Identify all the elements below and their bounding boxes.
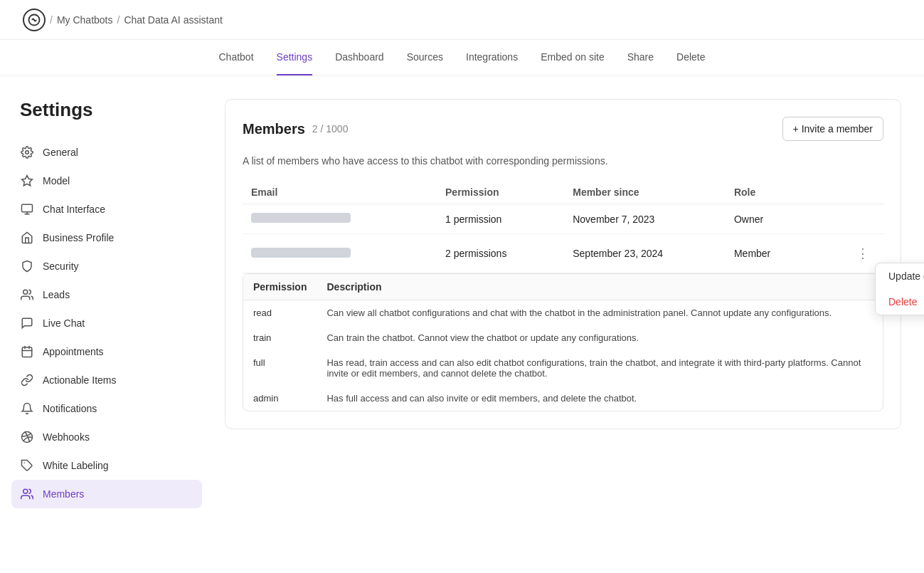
permissions-cell: Permission Description read Can view all… xyxy=(243,273,883,412)
bell-icon xyxy=(20,401,34,416)
tab-delete[interactable]: Delete xyxy=(676,40,705,75)
sidebar-item-appointments[interactable]: Appointments xyxy=(11,337,202,366)
members-icon xyxy=(20,487,34,501)
members-card-header: Members 2 / 1000 + Invite a member xyxy=(243,117,883,141)
tab-dashboard[interactable]: Dashboard xyxy=(335,40,384,75)
tab-sources[interactable]: Sources xyxy=(407,40,443,75)
col-email: Email xyxy=(243,181,437,204)
email-redacted xyxy=(251,213,351,223)
more-options-button[interactable]: ⋮ xyxy=(851,243,875,264)
breadcrumb-current[interactable]: Chat Data AI assistant xyxy=(124,14,223,26)
invite-member-button[interactable]: + Invite a member xyxy=(782,117,883,141)
member-since-1: November 7, 2023 xyxy=(564,204,726,234)
table-row: 1 permission November 7, 2023 Owner xyxy=(243,204,883,234)
member-permission-2: 2 permissions xyxy=(437,234,564,273)
perm-desc-read: Can view all chatbot configurations and … xyxy=(317,300,883,326)
member-actions-2: ⋮ Update details... Delete xyxy=(814,234,883,273)
col-role: Role xyxy=(726,181,814,204)
sidebar-item-white-labeling[interactable]: White Labeling xyxy=(11,451,202,480)
tag-icon xyxy=(20,458,34,473)
sidebar-item-general[interactable]: General xyxy=(11,138,202,167)
sidebar-label-live-chat: Live Chat xyxy=(43,317,85,329)
members-count: 2 / 1000 xyxy=(312,123,349,135)
perm-col-permission: Permission xyxy=(243,274,317,300)
members-card: Members 2 / 1000 + Invite a member A lis… xyxy=(225,99,901,429)
logo xyxy=(23,9,46,31)
tab-integrations[interactable]: Integrations xyxy=(466,40,518,75)
sidebar-item-live-chat[interactable]: Live Chat xyxy=(11,309,202,337)
col-actions xyxy=(814,181,883,204)
breadcrumb-my-chatbots[interactable]: My Chatbots xyxy=(57,14,113,26)
breadcrumb-separator: / xyxy=(50,14,53,26)
calendar-icon xyxy=(20,345,34,359)
sidebar-item-security[interactable]: Security xyxy=(11,252,202,280)
perm-row-admin: admin Has full access and can also invit… xyxy=(243,386,883,411)
row-actions: ⋮ Update details... Delete xyxy=(823,243,875,264)
svg-point-1 xyxy=(26,151,29,154)
col-permission: Permission xyxy=(437,181,564,204)
members-card-title: Members 2 / 1000 xyxy=(243,121,348,137)
perm-name-admin: admin xyxy=(243,386,317,411)
sidebar-label-white-labeling: White Labeling xyxy=(43,460,109,471)
sidebar-label-webhooks: Webhooks xyxy=(43,431,90,443)
member-role-1: Owner xyxy=(726,204,814,234)
members-table: Email Permission Member since Role 1 per… xyxy=(243,181,883,411)
member-actions-1 xyxy=(814,204,883,234)
svg-rect-7 xyxy=(22,347,32,357)
sidebar-item-webhooks[interactable]: Webhooks xyxy=(11,423,202,451)
sidebar-label-appointments: Appointments xyxy=(43,346,104,357)
update-details-option[interactable]: Update details... xyxy=(876,263,924,289)
sidebar-label-business-profile: Business Profile xyxy=(43,232,114,243)
perm-name-train: train xyxy=(243,325,317,350)
sidebar-label-actionable-items: Actionable Items xyxy=(43,374,117,386)
permissions-table-wrap: Permission Description read Can view all… xyxy=(243,273,883,411)
sidebar-label-security: Security xyxy=(43,261,79,272)
star-icon xyxy=(20,174,34,188)
perm-row-train: train Can train the chatbot. Cannot view… xyxy=(243,325,883,350)
sidebar-item-business-profile[interactable]: Business Profile xyxy=(11,224,202,252)
dropdown-anchor: ⋮ Update details... Delete xyxy=(851,243,875,264)
tab-chatbot[interactable]: Chatbot xyxy=(219,40,254,75)
members-description: A list of members who have access to thi… xyxy=(243,155,883,167)
svg-point-12 xyxy=(23,489,28,493)
sidebar-item-notifications[interactable]: Notifications xyxy=(11,394,202,423)
sidebar-item-actionable-items[interactable]: Actionable Items xyxy=(11,366,202,394)
sidebar-label-general: General xyxy=(43,147,78,158)
svg-marker-2 xyxy=(22,176,33,186)
context-menu: Update details... Delete xyxy=(875,263,924,315)
perm-desc-full: Has read, train access and can also edit… xyxy=(317,350,883,386)
chat-bubble-icon xyxy=(20,316,34,330)
perm-desc-train: Can train the chatbot. Cannot view the c… xyxy=(317,325,883,350)
sidebar: Settings General Model xyxy=(0,76,213,569)
tab-embed-on-site[interactable]: Embed on site xyxy=(541,40,605,75)
sidebar-item-chat-interface[interactable]: Chat Interface xyxy=(11,195,202,224)
perm-col-description: Description xyxy=(317,274,883,300)
sidebar-label-leads: Leads xyxy=(43,289,70,300)
member-email-1 xyxy=(243,204,437,234)
tab-share[interactable]: Share xyxy=(627,40,654,75)
breadcrumb: / My Chatbots / Chat Data AI assistant xyxy=(46,14,223,26)
permissions-table: Permission Description read Can view all… xyxy=(243,274,883,411)
member-email-2 xyxy=(243,234,437,273)
permissions-row: Permission Description read Can view all… xyxy=(243,273,883,412)
settings-title: Settings xyxy=(11,99,202,121)
perm-row-full: full Has read, train access and can also… xyxy=(243,350,883,386)
tab-navigation: Chatbot Settings Dashboard Sources Integ… xyxy=(0,40,924,76)
svg-rect-3 xyxy=(22,204,33,212)
tab-settings[interactable]: Settings xyxy=(277,40,313,75)
col-member-since: Member since xyxy=(564,181,726,204)
shield-icon xyxy=(20,259,34,273)
top-bar: / My Chatbots / Chat Data AI assistant xyxy=(0,0,924,40)
sidebar-item-leads[interactable]: Leads xyxy=(11,280,202,309)
sidebar-item-members[interactable]: Members xyxy=(11,480,202,508)
webhook-icon xyxy=(20,430,34,444)
page-layout: Settings General Model xyxy=(0,76,924,569)
sidebar-item-model[interactable]: Model xyxy=(11,167,202,195)
delete-member-option[interactable]: Delete xyxy=(876,289,924,315)
logo-icon xyxy=(23,9,46,31)
svg-point-6 xyxy=(23,290,28,294)
home-icon xyxy=(20,231,34,245)
monitor-icon xyxy=(20,202,34,216)
perm-desc-admin: Has full access and can also invite or e… xyxy=(317,386,883,411)
link-icon xyxy=(20,373,34,387)
